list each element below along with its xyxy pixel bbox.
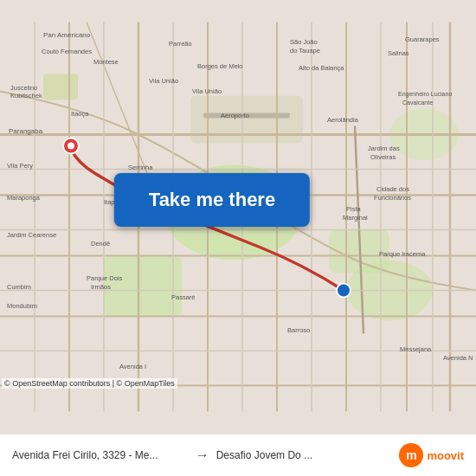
svg-text:Parangaba: Parangaba <box>9 127 43 135</box>
svg-text:Borges de Melo: Borges de Melo <box>197 62 243 70</box>
svg-text:Jardim das: Jardim das <box>368 145 400 152</box>
svg-text:Vila União: Vila União <box>192 87 222 95</box>
svg-text:Itaoça: Itaoça <box>71 110 89 118</box>
origin-label: Avenida Frei Cirilo, 3329 - Me... <box>12 449 189 461</box>
take-me-there-button[interactable]: Take me there <box>114 173 310 227</box>
svg-point-78 <box>68 143 74 150</box>
moovit-letter: m <box>406 448 416 462</box>
arrow-icon: → <box>196 447 209 463</box>
svg-text:Parque Iracema: Parque Iracema <box>379 250 426 258</box>
map-attribution: © OpenStreetMap contributors | © OpenMap… <box>2 378 177 389</box>
map-container: Pan Americano Couto Fernandes Montese Pa… <box>0 0 476 434</box>
svg-text:Mondubim: Mondubim <box>7 302 37 310</box>
svg-text:Cidade dos: Cidade dos <box>376 185 409 193</box>
bottom-bar: Avenida Frei Cirilo, 3329 - Me... → Desa… <box>0 434 476 476</box>
destination-label: Desafio Jovem Do ... <box>216 449 393 461</box>
svg-text:Vila Pery: Vila Pery <box>7 162 33 170</box>
svg-text:Parque Dois: Parque Dois <box>87 274 123 282</box>
svg-rect-2 <box>104 256 182 317</box>
svg-text:Maraponga: Maraponga <box>7 194 41 202</box>
svg-text:Cavalcante: Cavalcante <box>402 100 433 106</box>
svg-text:Avenida I: Avenida I <box>119 363 146 370</box>
svg-text:Pan Americano: Pan Americano <box>43 31 91 39</box>
svg-text:Montese: Montese <box>93 58 119 66</box>
svg-text:Messejana: Messejana <box>400 345 432 353</box>
svg-text:São João: São João <box>290 38 318 46</box>
svg-point-79 <box>337 284 351 298</box>
svg-text:Engenheiro Luciano: Engenheiro Luciano <box>398 91 452 98</box>
svg-text:Barroso: Barroso <box>287 326 310 334</box>
svg-text:Oliveiras: Oliveiras <box>370 153 396 161</box>
svg-text:Alto da Balança: Alto da Balança <box>299 64 344 72</box>
svg-text:Couto Fernandes: Couto Fernandes <box>42 48 92 55</box>
svg-rect-5 <box>43 74 78 100</box>
svg-text:Juscelino: Juscelino <box>10 84 37 92</box>
svg-text:Guararapes: Guararapes <box>405 35 440 43</box>
svg-text:Aerolândia: Aerolândia <box>327 116 359 124</box>
moovit-logo: m moovit <box>399 443 464 467</box>
svg-text:Aeroporto: Aeroporto <box>221 112 249 119</box>
svg-text:Jardim Cearense: Jardim Cearense <box>7 231 56 239</box>
svg-text:Serrinha: Serrinha <box>128 164 153 171</box>
svg-text:Dendê: Dendê <box>91 240 110 248</box>
svg-text:Kubitschek: Kubitschek <box>10 92 42 100</box>
svg-text:Avenida N: Avenida N <box>443 354 473 362</box>
svg-text:Marginal: Marginal <box>343 214 368 222</box>
app: Pan Americano Couto Fernandes Montese Pa… <box>0 0 476 476</box>
svg-text:Salinas: Salinas <box>388 49 409 57</box>
moovit-icon: m <box>399 443 423 467</box>
svg-text:Vila União: Vila União <box>149 77 178 85</box>
svg-text:Cumbim: Cumbim <box>7 283 31 291</box>
svg-text:Irmãos: Irmãos <box>91 283 111 291</box>
svg-text:Passaré: Passaré <box>171 293 196 301</box>
moovit-label: moovit <box>427 449 464 462</box>
svg-text:do Tauape: do Tauape <box>290 47 320 55</box>
svg-text:Parreão: Parreão <box>169 40 192 48</box>
svg-text:Pista: Pista <box>346 205 362 213</box>
svg-text:Funcionários: Funcionários <box>374 194 411 202</box>
